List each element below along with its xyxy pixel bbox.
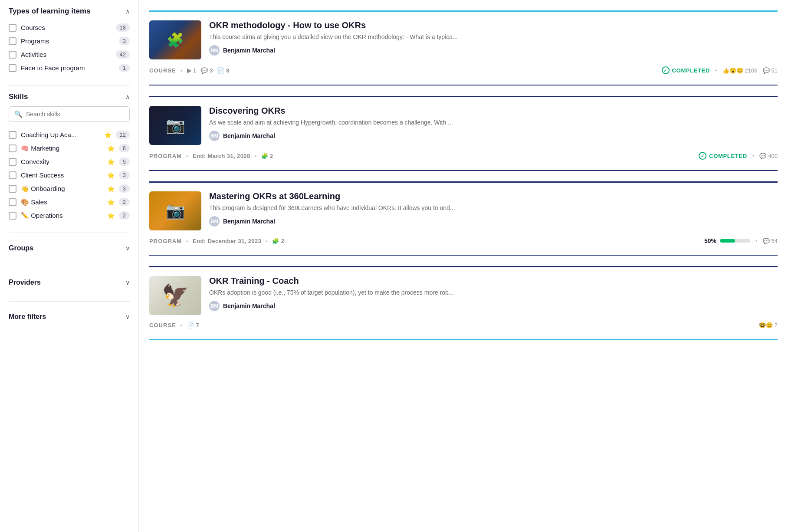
skill-client-success-checkbox[interactable]	[9, 171, 16, 179]
card-description: As we scale and aim at achieving Hypergr…	[209, 118, 778, 127]
meta-dot: •	[181, 67, 183, 74]
skill-marketing: 🧠 Marketing ⭐ 6	[9, 141, 130, 155]
courses-label: Courses	[21, 24, 112, 31]
card-inner: 🦅 OKR Training - Coach OKRs adoption is …	[149, 276, 778, 328]
learning-types-header[interactable]: Types of learning items ∧	[9, 7, 130, 16]
card-title[interactable]: OKR Training - Coach	[209, 276, 778, 286]
skills-chevron: ∧	[125, 93, 130, 100]
comments: 💬 54	[763, 238, 778, 244]
skill-convexity-checkbox[interactable]	[9, 158, 16, 166]
card-info: OKR methodology - How to use OKRs This c…	[209, 20, 778, 56]
card-top: 🦅 OKR Training - Coach OKRs adoption is …	[149, 276, 778, 315]
card-author: BM Benjamin Marchal	[209, 131, 778, 141]
reactions: 👍😮😊 2106	[722, 67, 758, 74]
author-avatar: BM	[209, 216, 220, 227]
skill-operations-checkbox[interactable]	[9, 212, 16, 220]
groups-title: Groups	[9, 244, 33, 252]
skill-sales: 🎨 Sales ⭐ 2	[9, 195, 130, 209]
more-filters-header[interactable]: More filters ∨	[9, 309, 130, 325]
providers-section: Providers ∨	[9, 267, 130, 291]
card-info: Mastering OKRs at 360Learning This progr…	[209, 191, 778, 227]
card-inner: 📷 Discovering OKRs As we scale and aim a…	[149, 106, 778, 160]
activities-label: Activities	[21, 51, 112, 58]
providers-header[interactable]: Providers ∨	[9, 274, 130, 291]
groups-header[interactable]: Groups ∨	[9, 240, 130, 256]
card-title[interactable]: Discovering OKRs	[209, 106, 778, 116]
card-meta: PROGRAM • End: March 31, 2028 • 🧩 2 ✓ CO…	[149, 150, 778, 160]
groups-section: Groups ∨	[9, 233, 130, 256]
author-name: Benjamin Marchal	[223, 132, 275, 139]
card-top: 🧩 OKR methodology - How to use OKRs This…	[149, 20, 778, 59]
skill-operations-label: ✏️ Operations	[21, 212, 103, 220]
skill-coaching-checkbox[interactable]	[9, 131, 16, 139]
learning-types-title: Types of learning items	[9, 7, 91, 16]
learning-types-list: Courses 18 Programs 3 Activities 42 Face…	[9, 21, 130, 75]
programs-checkbox[interactable]	[9, 37, 16, 45]
progress-group: 50%	[704, 237, 750, 244]
skills-header[interactable]: Skills ∧	[9, 92, 130, 101]
status-completed: ✓ COMPLETED	[662, 66, 710, 74]
meta-dot-2: •	[255, 153, 257, 159]
skill-coaching-star: ⭐	[104, 131, 112, 138]
author-avatar: BM	[209, 45, 220, 56]
doc-icon: 📄	[187, 322, 194, 328]
skill-onboarding: 👋 Onboarding ⭐ 3	[9, 182, 130, 195]
skill-onboarding-badge: 3	[119, 184, 130, 193]
skill-convexity-badge: 5	[119, 158, 130, 166]
card-top: 📷 Mastering OKRs at 360Learning This pro…	[149, 191, 778, 230]
card-discovering-okrs: 📷 Discovering OKRs As we scale and aim a…	[149, 85, 778, 171]
search-input[interactable]	[26, 111, 124, 118]
comments: 💬 400	[759, 153, 778, 159]
activities-checkbox[interactable]	[9, 51, 16, 59]
meta-dot-3: •	[755, 238, 758, 244]
filter-item-f2f: Face to Face program 1	[9, 61, 130, 75]
meta-dot-2: •	[266, 238, 268, 244]
author-name: Benjamin Marchal	[223, 218, 275, 225]
courses-checkbox[interactable]	[9, 24, 16, 32]
skill-coaching-badge: 12	[116, 131, 130, 139]
card-meta: COURSE • ▶ 1 💬 3 📄 8	[149, 65, 778, 74]
card-type: PROGRAM	[149, 153, 182, 159]
card-type: COURSE	[149, 322, 176, 328]
comment-count: 54	[772, 238, 778, 244]
skill-sales-checkbox[interactable]	[9, 198, 16, 206]
skill-marketing-badge: 6	[119, 144, 130, 152]
puzzle-icon: 🧩	[272, 238, 279, 244]
skills-search-box[interactable]: 🔍	[9, 106, 130, 122]
skill-sales-star: ⭐	[107, 199, 115, 206]
comment-icon: 💬	[763, 238, 770, 244]
f2f-badge: 1	[119, 64, 130, 72]
skill-operations-badge: 2	[119, 211, 130, 220]
skill-marketing-checkbox[interactable]	[9, 144, 16, 152]
card-meta: PROGRAM • End: December 31, 2023 • 🧩 2 5…	[149, 236, 778, 244]
f2f-checkbox[interactable]	[9, 64, 16, 72]
card-title[interactable]: OKR methodology - How to use OKRs	[209, 20, 778, 30]
reaction-count: 2106	[745, 67, 758, 74]
card-title[interactable]: Mastering OKRs at 360Learning	[209, 191, 778, 201]
more-filters-chevron: ∨	[125, 313, 130, 320]
sidebar: Types of learning items ∧ Courses 18 Pro…	[0, 0, 139, 532]
skill-operations-star: ⭐	[107, 212, 115, 219]
end-date: End: December 31, 2023	[193, 238, 261, 244]
video-icon: ▶	[187, 67, 191, 74]
meta-dot-3: •	[752, 153, 755, 159]
filter-item-courses: Courses 18	[9, 21, 130, 34]
card-meta-right: 🤓😊 2	[759, 322, 778, 328]
meta-puzzle: 🧩 2	[272, 238, 284, 244]
card-thumbnail: 📷	[149, 191, 201, 230]
comment-count: 400	[768, 153, 778, 159]
progress-bar-fill	[720, 239, 735, 243]
check-icon: ✓	[699, 152, 706, 160]
author-avatar: BM	[209, 131, 220, 141]
meta-dot: •	[186, 153, 188, 159]
skill-convexity-label: Convexity	[21, 158, 103, 165]
programs-badge: 3	[119, 37, 130, 45]
status-label: COMPLETED	[709, 153, 747, 159]
skill-coaching: Coaching Up Aca... ⭐ 12	[9, 128, 130, 141]
f2f-label: Face to Face program	[21, 64, 115, 72]
card-meta-right: 50% • 💬 54	[704, 237, 778, 244]
card-mastering-okrs: 📷 Mastering OKRs at 360Learning This pro…	[149, 171, 778, 256]
skill-onboarding-checkbox[interactable]	[9, 185, 16, 193]
card-info: Discovering OKRs As we scale and aim at …	[209, 106, 778, 141]
doc-icon: 📄	[217, 67, 224, 74]
